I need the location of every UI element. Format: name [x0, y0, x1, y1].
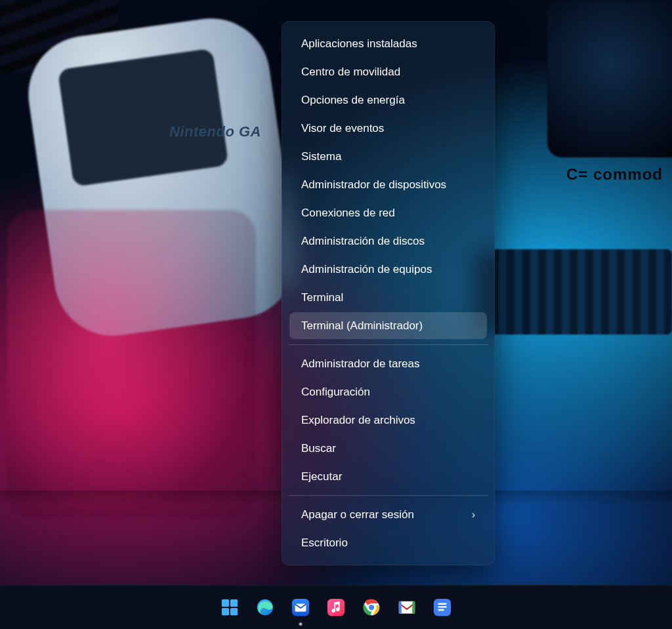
running-indicator [299, 622, 303, 626]
menu-item-label: Aplicaciones instaladas [301, 30, 417, 57]
wallpaper-decor [7, 210, 256, 518]
wallpaper-brand-text: Nintendo GA [169, 123, 261, 140]
svg-rect-16 [438, 606, 446, 607]
mail-icon[interactable] [287, 594, 314, 620]
svg-rect-12 [399, 601, 402, 614]
svg-rect-0 [222, 599, 229, 607]
menu-item-label: Explorador de archivos [301, 407, 415, 434]
chrome-icon[interactable] [358, 594, 385, 620]
menu-item[interactable]: Centro de movilidad [289, 58, 487, 85]
svg-rect-15 [438, 603, 446, 604]
svg-rect-2 [222, 608, 229, 615]
taskbar [0, 585, 672, 629]
menu-item[interactable]: Aplicaciones instaladas [289, 30, 487, 57]
menu-item-label: Configuración [301, 378, 370, 405]
menu-item-label: Administrador de tareas [301, 350, 419, 377]
menu-item-label: Opciones de energía [301, 87, 405, 113]
menu-item[interactable]: Ejecutar [289, 463, 487, 490]
edge-icon[interactable] [252, 594, 278, 620]
docs-icon[interactable] [429, 594, 455, 620]
menu-item[interactable]: Configuración [289, 378, 487, 405]
menu-item-label: Ejecutar [301, 463, 342, 490]
music-icon[interactable] [323, 594, 349, 620]
menu-item[interactable]: Administración de discos [289, 228, 487, 254]
menu-item-label: Sistema [301, 143, 341, 170]
menu-separator [288, 495, 488, 496]
chevron-right-icon: › [472, 501, 475, 528]
menu-item-label: Terminal (Administrador) [301, 312, 423, 339]
menu-item[interactable]: Explorador de archivos [289, 407, 487, 434]
menu-item[interactable]: Administrador de tareas [289, 350, 487, 377]
menu-item-label: Buscar [301, 435, 336, 462]
menu-item[interactable]: Buscar [289, 435, 487, 462]
menu-item[interactable]: Opciones de energía [289, 87, 487, 113]
menu-item-label: Conexiones de red [301, 199, 395, 226]
start-context-menu: Aplicaciones instaladasCentro de movilid… [282, 21, 495, 565]
gmail-icon[interactable] [394, 594, 420, 620]
start-icon[interactable] [217, 594, 243, 620]
menu-item-label: Visor de eventos [301, 115, 384, 142]
menu-item[interactable]: Administración de equipos [289, 256, 487, 283]
menu-item-label: Apagar o cerrar sesión [301, 501, 414, 528]
svg-rect-17 [438, 609, 444, 611]
menu-item[interactable]: Apagar o cerrar sesión› [289, 501, 487, 528]
menu-item-label: Terminal [301, 284, 343, 311]
menu-item-label: Centro de movilidad [301, 58, 400, 85]
wallpaper-decor [547, 0, 672, 157]
wallpaper-logo-text: C= commod [566, 165, 663, 184]
menu-item-label: Administración de equipos [301, 256, 432, 283]
menu-item[interactable]: Administrador de dispositivos [289, 171, 487, 198]
svg-rect-13 [412, 601, 415, 614]
menu-item[interactable]: Sistema [289, 143, 487, 170]
menu-item[interactable]: Terminal (Administrador) [289, 312, 487, 339]
menu-item[interactable]: Escritorio [289, 529, 487, 556]
menu-item-label: Administrador de dispositivos [301, 171, 446, 198]
menu-item-label: Escritorio [301, 529, 348, 556]
menu-item-label: Administración de discos [301, 228, 425, 254]
menu-separator [288, 344, 488, 345]
svg-rect-7 [327, 599, 345, 616]
svg-rect-1 [230, 599, 238, 607]
menu-item[interactable]: Terminal [289, 284, 487, 311]
menu-item[interactable]: Visor de eventos [289, 115, 487, 142]
svg-rect-3 [230, 608, 238, 615]
wallpaper-decor [475, 249, 672, 335]
menu-item[interactable]: Conexiones de red [289, 199, 487, 226]
